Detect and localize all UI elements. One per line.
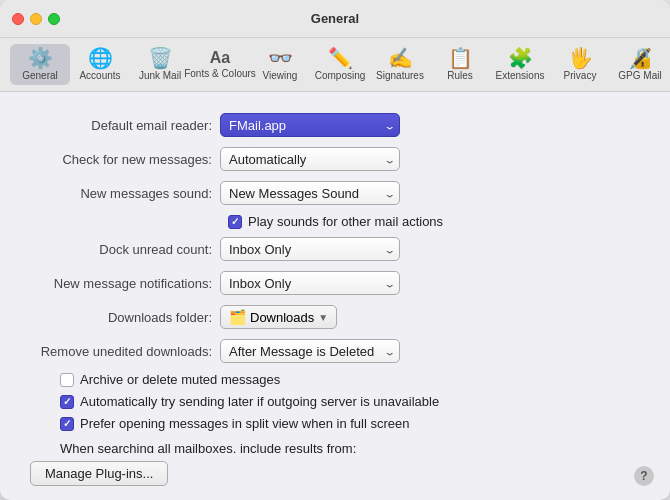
play-sounds-checkbox[interactable] (228, 215, 242, 229)
new-messages-sound-wrapper: New Messages Sound (220, 181, 400, 205)
check-messages-label: Check for new messages: (30, 152, 220, 167)
downloads-folder-control: 🗂️ Downloads ▼ (220, 305, 337, 329)
gear-icon: ⚙️ (28, 48, 53, 68)
toolbar-label-general: General (22, 70, 58, 81)
accounts-icon: 🌐 (88, 48, 113, 68)
new-messages-sound-row: New messages sound: New Messages Sound (30, 180, 640, 206)
default-email-reader-label: Default email reader: (30, 118, 220, 133)
composing-icon: ✏️ (328, 48, 353, 68)
auto-send-label: Automatically try sending later if outgo… (80, 394, 439, 409)
new-message-notifications-control: Inbox Only (220, 271, 400, 295)
folder-dropdown-arrow: ▼ (318, 312, 328, 323)
search-section-header: When searching all mailboxes, include re… (30, 441, 640, 453)
new-messages-sound-select[interactable]: New Messages Sound (220, 181, 400, 205)
split-view-row: Prefer opening messages in split view wh… (30, 416, 640, 431)
toolbar-item-extensions[interactable]: 🧩 Extensions (490, 44, 550, 85)
viewing-icon: 👓 (268, 48, 293, 68)
toolbar: ⚙️ General 🌐 Accounts 🗑️ Junk Mail Aa Fo… (0, 38, 670, 92)
remove-downloads-control: After Message is Deleted (220, 339, 400, 363)
remove-downloads-wrapper: After Message is Deleted (220, 339, 400, 363)
close-button[interactable] (12, 13, 24, 25)
remove-downloads-select[interactable]: After Message is Deleted (220, 339, 400, 363)
toolbar-item-gpg-mail[interactable]: 🔏 GPG Mail (610, 44, 670, 85)
toolbar-item-fonts[interactable]: Aa Fonts & Colours (190, 46, 250, 83)
folder-icon: 🗂️ (229, 309, 246, 325)
check-messages-row: Check for new messages: Automatically (30, 146, 640, 172)
downloads-folder-name: Downloads (250, 310, 314, 325)
default-email-reader-wrapper: FMail.app (220, 113, 400, 137)
toolbar-item-general[interactable]: ⚙️ General (10, 44, 70, 85)
window-title: General (311, 11, 359, 26)
check-messages-control: Automatically (220, 147, 400, 171)
new-messages-sound-control: New Messages Sound (220, 181, 400, 205)
titlebar: General (0, 0, 670, 38)
play-sounds-label: Play sounds for other mail actions (248, 214, 443, 229)
privacy-icon: 🖐️ (568, 48, 593, 68)
dock-unread-control: Inbox Only (220, 237, 400, 261)
signatures-icon: ✍️ (388, 48, 413, 68)
manage-plugins-button[interactable]: Manage Plug-ins... (30, 461, 168, 486)
auto-send-row: Automatically try sending later if outgo… (30, 394, 640, 409)
split-view-label: Prefer opening messages in split view wh… (80, 416, 410, 431)
junkmail-icon: 🗑️ (148, 48, 173, 68)
new-message-notifications-label: New message notifications: (30, 276, 220, 291)
main-window: General ⚙️ General 🌐 Accounts 🗑️ Junk Ma… (0, 0, 670, 500)
help-button[interactable]: ? (634, 466, 654, 486)
minimize-button[interactable] (30, 13, 42, 25)
fonts-icon: Aa (210, 50, 230, 66)
check-messages-wrapper: Automatically (220, 147, 400, 171)
auto-send-checkbox[interactable] (60, 395, 74, 409)
toolbar-item-rules[interactable]: 📋 Rules (430, 44, 490, 85)
new-message-notifications-wrapper: Inbox Only (220, 271, 400, 295)
toolbar-item-junk-mail[interactable]: 🗑️ Junk Mail (130, 44, 190, 85)
downloads-folder-label: Downloads folder: (30, 310, 220, 325)
dock-unread-row: Dock unread count: Inbox Only (30, 236, 640, 262)
downloads-folder-button[interactable]: 🗂️ Downloads ▼ (220, 305, 337, 329)
toolbar-label-rules: Rules (447, 70, 473, 81)
toolbar-label-extensions: Extensions (496, 70, 545, 81)
toolbar-label-fonts: Fonts & Colours (184, 68, 256, 79)
gpgmail-icon: 🔏 (628, 48, 653, 68)
archive-checkbox[interactable] (60, 373, 74, 387)
extensions-icon: 🧩 (508, 48, 533, 68)
toolbar-label-signatures: Signatures (376, 70, 424, 81)
toolbar-item-viewing[interactable]: 👓 Viewing (250, 44, 310, 85)
settings-content: Default email reader: FMail.app Check fo… (0, 92, 670, 453)
new-message-notifications-select[interactable]: Inbox Only (220, 271, 400, 295)
remove-downloads-row: Remove unedited downloads: After Message… (30, 338, 640, 364)
dock-unread-label: Dock unread count: (30, 242, 220, 257)
new-messages-sound-label: New messages sound: (30, 186, 220, 201)
toolbar-label-gpg-mail: GPG Mail (618, 70, 661, 81)
toolbar-label-viewing: Viewing (263, 70, 298, 81)
default-email-reader-select[interactable]: FMail.app (220, 113, 400, 137)
archive-checkbox-row: Archive or delete muted messages (30, 372, 640, 387)
archive-label: Archive or delete muted messages (80, 372, 280, 387)
toolbar-item-privacy[interactable]: 🖐️ Privacy (550, 44, 610, 85)
toolbar-item-accounts[interactable]: 🌐 Accounts (70, 44, 130, 85)
split-view-checkbox[interactable] (60, 417, 74, 431)
play-sounds-row: Play sounds for other mail actions (30, 214, 640, 229)
toolbar-label-junk-mail: Junk Mail (139, 70, 181, 81)
downloads-folder-row: Downloads folder: 🗂️ Downloads ▼ (30, 304, 640, 330)
toolbar-label-composing: Composing (315, 70, 366, 81)
rules-icon: 📋 (448, 48, 473, 68)
default-email-reader-row: Default email reader: FMail.app (30, 112, 640, 138)
dock-unread-select[interactable]: Inbox Only (220, 237, 400, 261)
toolbar-label-accounts: Accounts (79, 70, 120, 81)
new-message-notifications-row: New message notifications: Inbox Only (30, 270, 640, 296)
default-email-reader-control: FMail.app (220, 113, 400, 137)
dock-unread-wrapper: Inbox Only (220, 237, 400, 261)
check-messages-select[interactable]: Automatically (220, 147, 400, 171)
toolbar-item-signatures[interactable]: ✍️ Signatures (370, 44, 430, 85)
toolbar-item-composing[interactable]: ✏️ Composing (310, 44, 370, 85)
maximize-button[interactable] (48, 13, 60, 25)
traffic-lights (12, 13, 60, 25)
bottom-bar: Manage Plug-ins... ? (0, 453, 670, 500)
toolbar-label-privacy: Privacy (564, 70, 597, 81)
remove-downloads-label: Remove unedited downloads: (30, 344, 220, 359)
